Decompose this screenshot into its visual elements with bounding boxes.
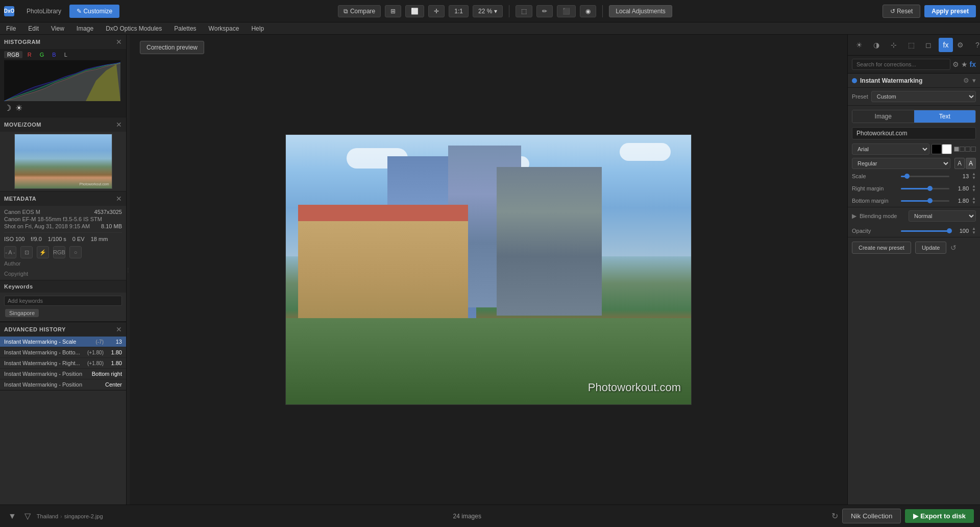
tab-photo-library[interactable]: PhotoLibrary bbox=[19, 5, 68, 18]
menu-image[interactable]: Image bbox=[75, 25, 95, 32]
history-item-2[interactable]: Instant Watermarking - Right... (+1.80) … bbox=[0, 358, 126, 369]
watermark-settings-icon[interactable]: ⚙ bbox=[963, 77, 969, 84]
metadata-colorspace[interactable]: RGB bbox=[53, 246, 65, 258]
advanced-history-close-icon[interactable]: ✕ bbox=[116, 325, 122, 333]
zoom-1-1-button[interactable]: 1:1 bbox=[449, 5, 469, 17]
tab-image[interactable]: Image bbox=[852, 110, 914, 123]
search-favorites-icon[interactable]: ★ bbox=[961, 60, 968, 68]
histogram-close-icon[interactable]: ✕ bbox=[116, 38, 122, 46]
right-margin-slider-track[interactable] bbox=[901, 188, 949, 189]
correction-preview-button[interactable]: Correction preview bbox=[140, 41, 204, 54]
create-new-preset-button[interactable]: Create new preset bbox=[852, 242, 911, 254]
scale-down-btn[interactable]: ▼ bbox=[972, 176, 976, 180]
filmstrip-scroll-icon[interactable]: ↻ bbox=[831, 511, 838, 521]
font-select[interactable]: Arial bbox=[852, 143, 929, 155]
rp-icon-watermark[interactable]: fx bbox=[939, 38, 953, 52]
reset-button[interactable]: ↺ Reset bbox=[883, 5, 921, 18]
menu-edit[interactable]: Edit bbox=[26, 25, 41, 32]
scale-slider-thumb[interactable] bbox=[904, 174, 910, 179]
history-item-1[interactable]: Instant Watermarking - Botto... (+1.80) … bbox=[0, 347, 126, 358]
apply-preset-button[interactable]: Apply preset bbox=[924, 5, 976, 17]
scale-slider-track[interactable] bbox=[901, 176, 949, 177]
hist-tab-l[interactable]: L bbox=[61, 51, 70, 58]
moon-icon[interactable]: ☽ bbox=[4, 103, 11, 113]
hist-tab-r[interactable]: R bbox=[24, 51, 35, 58]
update-preset-button[interactable]: Update bbox=[915, 242, 946, 254]
crop-button[interactable]: ✛ bbox=[428, 5, 445, 17]
refresh-icon[interactable]: ↺ bbox=[950, 244, 957, 252]
menu-palettes[interactable]: Palettes bbox=[172, 25, 198, 32]
history-item-4[interactable]: Instant Watermarking - Position Center bbox=[0, 379, 126, 390]
mask-button[interactable]: ◉ bbox=[580, 5, 596, 17]
keywords-header[interactable]: Keywords bbox=[0, 280, 126, 293]
move-zoom-close-icon[interactable]: ✕ bbox=[116, 121, 122, 129]
local-adjustments-button[interactable]: Local Adjustments bbox=[609, 5, 672, 17]
compare-button[interactable]: ⧉ Compare bbox=[338, 5, 381, 17]
retouch-button[interactable]: ✏ bbox=[536, 5, 553, 17]
right-margin-down-btn[interactable]: ▼ bbox=[972, 188, 976, 193]
menu-view[interactable]: View bbox=[49, 25, 66, 32]
sun-icon[interactable]: ☀ bbox=[15, 103, 22, 113]
bottom-margin-slider-thumb[interactable] bbox=[927, 198, 933, 203]
picker-button[interactable]: ⬛ bbox=[557, 5, 576, 17]
metadata-close-icon[interactable]: ✕ bbox=[116, 195, 122, 203]
history-item-3[interactable]: Instant Watermarking - Position Bottom r… bbox=[0, 369, 126, 379]
nav-filter-button[interactable]: ▽ bbox=[22, 509, 33, 523]
text-color-btn[interactable]: A bbox=[954, 158, 965, 169]
metadata-tool-adjust[interactable]: ⚡ bbox=[37, 246, 49, 258]
opacity-down-btn[interactable]: ▼ bbox=[972, 231, 976, 235]
histogram-header[interactable]: HISTOGRAM ✕ bbox=[0, 35, 126, 49]
export-to-disk-button[interactable]: ▶ Export to disk bbox=[905, 509, 974, 523]
rp-icon-photo[interactable]: ◻ bbox=[921, 38, 936, 52]
menu-workspace[interactable]: Workspace bbox=[207, 25, 241, 32]
rp-icon-detail[interactable]: ⊹ bbox=[887, 38, 901, 52]
opacity-slider-thumb[interactable] bbox=[947, 228, 952, 233]
right-margin-slider-thumb[interactable] bbox=[927, 186, 933, 191]
metadata-separator bbox=[4, 232, 122, 233]
metadata-header[interactable]: METADATA ✕ bbox=[0, 191, 126, 206]
rp-icon-geometry[interactable]: ⬚ bbox=[904, 38, 918, 52]
rp-icon-settings[interactable]: ⚙ bbox=[953, 38, 967, 52]
perspective-button[interactable]: ⬚ bbox=[516, 5, 532, 17]
rp-icon-light[interactable]: ☀ bbox=[852, 38, 866, 52]
menu-dxo-optics[interactable]: DxO Optics Modules bbox=[104, 25, 164, 32]
history-item-0[interactable]: Instant Watermarking - Scale (-7) 13 bbox=[0, 337, 126, 347]
bottom-margin-slider-track[interactable] bbox=[901, 200, 949, 202]
menu-file[interactable]: File bbox=[4, 25, 18, 32]
metadata-tool-a[interactable]: - A - bbox=[4, 246, 16, 258]
blending-collapse-icon[interactable]: ▶ bbox=[852, 212, 856, 220]
tab-customize[interactable]: ✎ Customize bbox=[69, 5, 119, 18]
metadata-tool-frame[interactable]: ⊡ bbox=[20, 246, 33, 258]
preset-select[interactable]: Custom bbox=[871, 91, 976, 102]
font-bg-color-swatch[interactable] bbox=[942, 144, 952, 154]
watermark-expand-icon[interactable]: ▾ bbox=[972, 77, 976, 84]
font-style-select[interactable]: Regular bbox=[852, 158, 950, 169]
grid-view-button[interactable]: ⊞ bbox=[385, 5, 401, 17]
move-zoom-header[interactable]: MOVE/ZOOM ✕ bbox=[0, 117, 126, 132]
metadata-tool-circle[interactable]: ○ bbox=[69, 246, 82, 258]
nik-collection-button[interactable]: Nik Collection bbox=[842, 509, 901, 523]
search-input[interactable] bbox=[852, 59, 950, 70]
hist-tab-b[interactable]: B bbox=[49, 51, 59, 58]
search-icon[interactable]: ⚙ bbox=[952, 60, 959, 68]
hist-tab-rgb[interactable]: RGB bbox=[4, 51, 22, 58]
search-fx-icon[interactable]: fx bbox=[970, 60, 976, 68]
keywords-input[interactable] bbox=[4, 296, 122, 306]
font-color-swatch[interactable] bbox=[932, 144, 942, 154]
bottom-margin-down-btn[interactable]: ▼ bbox=[972, 201, 976, 205]
watermark-text-input[interactable] bbox=[852, 127, 976, 139]
frame-button[interactable]: ⬜ bbox=[405, 5, 424, 17]
hist-tab-g[interactable]: G bbox=[37, 51, 47, 58]
rp-icon-color[interactable]: ◑ bbox=[869, 38, 884, 52]
menu-help[interactable]: Help bbox=[249, 25, 266, 32]
zoom-selector[interactable]: 22 % ▾ bbox=[473, 5, 503, 17]
move-zoom-title: MOVE/ZOOM bbox=[4, 122, 41, 128]
blending-mode-select[interactable]: Normal bbox=[909, 210, 976, 222]
advanced-history-header[interactable]: ADVANCED HISTORY ✕ bbox=[0, 322, 126, 337]
tab-text[interactable]: Text bbox=[914, 110, 976, 123]
nav-prev-button[interactable]: ▼ bbox=[6, 510, 18, 523]
text-outline-btn[interactable]: A bbox=[966, 158, 976, 169]
rp-icon-question[interactable]: ? bbox=[970, 38, 980, 52]
opacity-slider-track[interactable] bbox=[901, 230, 949, 232]
move-zoom-thumbnail[interactable]: Photoworkout.com bbox=[14, 134, 112, 189]
